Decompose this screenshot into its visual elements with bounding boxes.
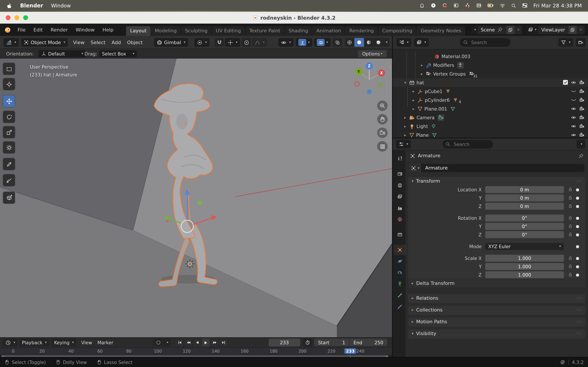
wifi-icon[interactable] [500, 3, 505, 8]
snap-toggle-button[interactable] [214, 38, 224, 47]
nav-axis-neg-x[interactable] [355, 82, 359, 86]
exclude-checkbox[interactable] [563, 80, 568, 85]
outliner-row-modifiers[interactable]: ▸Modifiers [393, 61, 588, 69]
editor-type-button[interactable]: ▾ [3, 38, 19, 47]
outliner-row-vertex-groups[interactable]: ▸Vertex Groups31 [393, 69, 588, 78]
properties-search[interactable] [442, 140, 493, 149]
animate-property-dot[interactable]: ● [575, 272, 580, 277]
outliner-row-hat[interactable]: ▾hat [393, 78, 588, 87]
snap-settings-dropdown[interactable]: ▾ [225, 38, 240, 47]
hide-in-viewport-icon[interactable] [571, 124, 576, 129]
properties-tab-physics[interactable] [394, 256, 406, 267]
topbar-menu-window[interactable]: Window [73, 25, 98, 34]
panel-header[interactable]: ▸Motion Paths∷∷ [408, 318, 585, 326]
workspace-tab-layout[interactable]: Layout [126, 26, 150, 36]
tool-annotate[interactable] [3, 158, 15, 170]
animate-property-dot[interactable]: ● [575, 204, 580, 208]
viewport-camera-view-button[interactable] [377, 128, 388, 138]
outliner-filter-dropdown[interactable]: ▾ [558, 38, 573, 47]
next-keyframe-button[interactable] [210, 339, 219, 346]
transform-value-field[interactable]: 0 m [485, 202, 564, 209]
outliner-editor-type-button[interactable]: ▾ [396, 38, 411, 47]
viewport-menu-view[interactable]: View [70, 38, 87, 47]
object-name-field[interactable]: ▾ Armature [409, 164, 585, 172]
tool-scale[interactable] [3, 126, 15, 138]
expand-expand-icon[interactable]: ▸ [404, 116, 409, 119]
delta-transform-subpanel[interactable]: ▸ Delta Transform [408, 279, 585, 287]
timeline-menu-marker[interactable]: Marker [95, 339, 116, 346]
rotation-mode-dropdown[interactable]: XYZ Euler▾ [485, 243, 564, 250]
expand-collapse-icon[interactable]: ▾ [404, 81, 409, 84]
topbar-menu-edit[interactable]: Edit [30, 25, 46, 34]
timeline-menu-view[interactable]: View [78, 339, 95, 346]
timeline-menu-keying[interactable]: Keying▾ [52, 339, 76, 346]
mode-dropdown[interactable]: Object Mode▾ [21, 38, 68, 47]
expand-expand-icon[interactable]: ▸ [413, 98, 417, 102]
diamond-app-icon[interactable] [465, 3, 470, 8]
panel-relations[interactable]: ▸Relations∷∷ [408, 294, 585, 303]
ghost-app-icon[interactable] [419, 3, 425, 8]
transform-value-field[interactable]: 0 m [485, 194, 564, 201]
properties-tab-object-data[interactable] [394, 279, 406, 289]
orientation-dropdown[interactable]: Default ▾ [38, 50, 86, 57]
viewlayer-selector[interactable]: ▾ ViewLayer ✕ [527, 25, 585, 34]
transform-panel-header[interactable]: ▾ Transform ∷∷ [408, 177, 585, 185]
properties-options-dropdown[interactable]: ▾ [577, 140, 585, 149]
outliner-row-camera[interactable]: ▸Camera [393, 113, 588, 122]
outliner-row-light[interactable]: ▸Light [393, 122, 588, 131]
viewport-pan-button[interactable] [377, 114, 388, 125]
tool-3d-cursor[interactable] [3, 78, 15, 90]
frame-start-field[interactable]: Start 1 [314, 339, 349, 346]
hide-in-viewport-icon[interactable] [571, 115, 576, 120]
panel-grip-icon[interactable]: ∷∷ [577, 296, 582, 300]
disable-in-renders-icon[interactable] [579, 115, 585, 120]
timeline-menu-playback[interactable]: Playback▾ [19, 339, 49, 346]
panel-header[interactable]: ▸Relations∷∷ [408, 294, 585, 302]
gizmo-plane-handle[interactable] [198, 201, 202, 205]
transform-value-field[interactable]: 0° [485, 223, 564, 230]
animate-property-dot[interactable]: ● [575, 187, 580, 192]
viewport-menu-select[interactable]: Select [87, 38, 109, 47]
lock-toggle[interactable] [567, 256, 573, 260]
expand-expand-icon[interactable]: ▸ [404, 133, 409, 137]
animate-property-dot[interactable]: ● [575, 244, 580, 248]
panel-collections[interactable]: ▸Collections∷∷ [408, 306, 585, 315]
disable-in-renders-icon[interactable] [579, 106, 585, 111]
viewport-menu-object[interactable]: Object [124, 38, 146, 47]
workspace-tab-shading[interactable]: Shading [285, 26, 312, 36]
hide-in-viewport-icon[interactable] [571, 80, 576, 85]
outliner-row-plane-001[interactable]: ▸Plane.001 [393, 104, 588, 113]
disable-in-renders-icon[interactable] [579, 124, 585, 129]
animate-property-dot[interactable]: ● [575, 216, 580, 220]
control-center-icon[interactable] [522, 3, 528, 8]
outliner-search-input[interactable] [470, 39, 508, 45]
new-collection-button[interactable] [576, 38, 585, 47]
shading-solid-button[interactable] [354, 38, 364, 47]
animate-property-dot[interactable]: ● [575, 196, 580, 200]
frame-end-field[interactable]: End 250 [350, 339, 387, 346]
transform-value-field[interactable]: 0° [485, 231, 564, 238]
workspace-tab-animation[interactable]: Animation [313, 26, 345, 36]
jump-to-start-button[interactable] [175, 339, 184, 346]
scene-selector[interactable]: ▾ Scene ✕ [471, 25, 522, 34]
properties-tab-output[interactable] [394, 180, 406, 191]
command-window-app-icon[interactable] [476, 3, 482, 8]
properties-tab-object[interactable] [394, 245, 406, 255]
viewport-zoom-button[interactable] [377, 100, 388, 111]
use-preview-range-button[interactable] [303, 339, 312, 346]
timeline-editor-type-button[interactable]: ▾ [3, 339, 18, 346]
properties-tab-scene[interactable] [394, 203, 406, 213]
proportional-falloff-dropdown[interactable]: ▾ [252, 38, 267, 47]
properties-tab-bone[interactable] [394, 290, 406, 300]
properties-tab-render[interactable] [394, 169, 406, 179]
battery-icon[interactable] [487, 2, 494, 9]
properties-search-input[interactable] [453, 141, 490, 147]
outliner-display-mode-dropdown[interactable]: ▾ [414, 38, 429, 47]
jump-to-end-button[interactable] [219, 339, 227, 346]
show-overlays-dropdown[interactable]: ▾ [314, 38, 331, 47]
nav-axis-neg-z[interactable] [367, 89, 372, 94]
drag-dropdown[interactable]: Select Box ▾ [99, 50, 137, 57]
panel-grip-icon[interactable]: ∷∷ [577, 320, 582, 324]
topbar-menu-render[interactable]: Render [47, 25, 71, 34]
disable-in-renders-icon[interactable] [579, 132, 585, 138]
